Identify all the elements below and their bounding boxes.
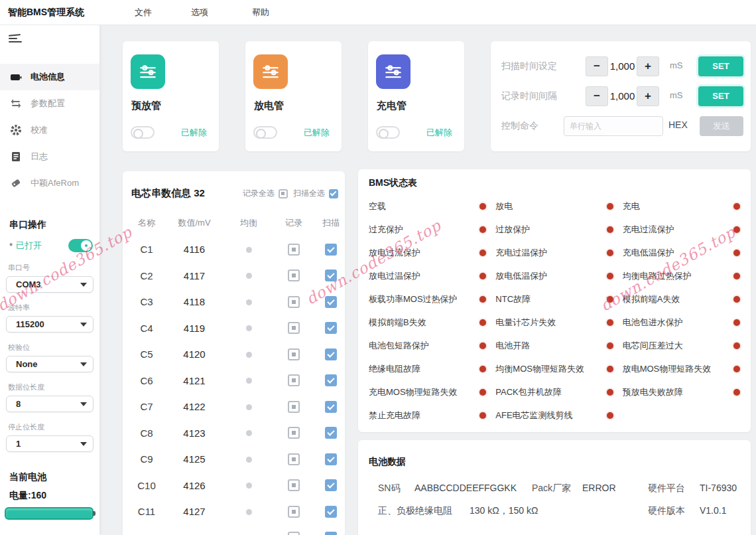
balance-indicator [246,532,252,535]
record-checkbox[interactable] [288,401,300,413]
red-status-dot-icon [733,389,740,396]
serial-port-toggle[interactable] [68,239,93,252]
charge-toggle[interactable] [376,126,400,139]
stepper-row: 记录时间间隔 − 1,000 + mS SET [491,86,751,106]
col-header-name: 名称 [138,217,155,229]
record-checkbox[interactable] [288,453,300,465]
menu-options[interactable]: 选项 [191,0,208,25]
scan-checkbox[interactable] [325,506,337,518]
scan-checkbox[interactable] [325,322,337,334]
scan-checkbox[interactable] [325,401,337,413]
status-badge: 已解除 [426,127,452,139]
status-bullet: * [9,241,13,251]
record-checkbox[interactable] [288,427,300,439]
selected-value: 8 [16,399,21,409]
increment-button[interactable]: + [637,56,659,76]
cell-voltage: 4116 [184,244,205,255]
cell-voltage: 4128 [183,532,205,535]
current-battery-title: 当前电池 [9,471,46,483]
hex-label: HEX [668,119,688,130]
status-item: 禁止充电故障 [369,404,486,427]
scan-checkbox[interactable] [325,479,337,491]
battery-data-title: 电池数据 [369,456,406,468]
sidebar-item-calibration[interactable]: 校准 [0,117,99,143]
scan-checkbox[interactable] [325,269,337,281]
card-footer: 已解除 [253,126,330,139]
gray-dot-icon [246,509,252,515]
collapse-menu-icon[interactable] [9,35,22,44]
record-checkbox[interactable] [288,532,300,535]
record-checkbox[interactable] [288,506,300,518]
status-label: 电池开路 [495,340,530,352]
dropdown-select[interactable]: COM3 [6,276,94,293]
sidebar-item-aferom[interactable]: 中颖AfeRom [0,170,99,196]
sidebar-item-param-config[interactable]: 参数配置 [0,90,99,117]
cell-voltage: 4120 [183,348,205,360]
status-label: 放电低温保护 [495,270,547,282]
status-label: 模拟前端A失效 [623,293,680,305]
cell-name: C4 [140,323,153,334]
cell-voltage: 4122 [183,401,205,412]
send-button[interactable]: 发送 [700,116,743,136]
sidebar-item-label: 电池信息 [31,71,65,83]
cell-panel-header: 电芯串数信息 32 记录全选 扫描全选 [131,187,338,200]
record-all-checkbox[interactable] [279,189,288,198]
record-checkbox[interactable] [288,296,300,308]
sidebar-item-log[interactable]: 日志 [0,143,99,170]
stepper-value[interactable]: 1,000 [608,56,637,76]
sidebar-item-label: 校准 [31,124,48,136]
dropdown-select[interactable]: 8 [6,396,94,412]
discharge-toggle[interactable] [253,126,277,139]
config-field: 波特率 115200 [6,303,94,333]
status-item: 模拟前端B失效 [369,311,486,334]
set-button[interactable]: SET [698,56,743,76]
menu-file[interactable]: 文件 [135,0,152,25]
record-checkbox[interactable] [288,374,300,386]
dropdown-select[interactable]: 115200 [6,316,94,333]
selected-value: 115200 [16,319,44,329]
col-header-scan: 扫描 [322,217,340,229]
status-label: 电池包进水保护 [623,317,683,329]
sidebar-item-battery-info[interactable]: 电池信息 [0,64,99,90]
scan-checkbox[interactable] [325,348,337,360]
cell-name: C3 [140,296,153,307]
record-checkbox[interactable] [288,348,300,360]
scan-checkbox[interactable] [325,427,337,439]
stepper-value[interactable]: 1,000 [608,86,637,106]
set-button[interactable]: SET [698,86,743,106]
decrement-button[interactable]: − [586,56,608,76]
menu-help[interactable]: 帮助 [252,0,269,25]
scan-checkbox[interactable] [325,296,337,308]
scan-checkbox[interactable] [325,244,337,256]
red-status-dot-icon [607,273,613,279]
record-checkbox[interactable] [288,322,300,334]
balance-indicator [246,322,252,334]
dropdown-select[interactable]: 1 [6,435,94,452]
scan-checkbox[interactable] [325,453,337,465]
red-status-dot-icon [733,319,740,326]
predischarge-toggle[interactable] [131,126,155,139]
record-checkbox[interactable] [288,269,300,281]
status-item: NTC故障 [495,287,613,311]
dropdown-select[interactable]: None [6,356,94,372]
status-item: 电池开路 [495,334,613,357]
cell-name: C2 [140,270,153,281]
decrement-button[interactable]: − [586,86,608,106]
record-checkbox[interactable] [288,479,300,491]
scan-checkbox[interactable] [325,374,337,386]
status-label: 模拟前端B失效 [369,317,426,329]
record-checkbox[interactable] [288,244,300,256]
serial-config-fields: 串口号 COM3 波特率 115200 校验位 [0,263,99,462]
cell-name: C6 [140,375,153,386]
status-item: 空载 [369,194,486,218]
red-status-dot-icon [479,250,486,256]
cell-voltage: 4126 [183,480,205,491]
command-input[interactable] [564,116,663,136]
bms-status-title: BMS状态表 [369,177,417,189]
scan-all-checkbox[interactable] [329,189,338,198]
increment-button[interactable]: + [637,86,659,106]
scan-checkbox[interactable] [325,532,337,535]
insulation-resistance-label: 正、负极绝缘电阻 [378,505,452,517]
chevron-down-icon [80,323,87,327]
red-status-dot-icon [607,343,613,349]
